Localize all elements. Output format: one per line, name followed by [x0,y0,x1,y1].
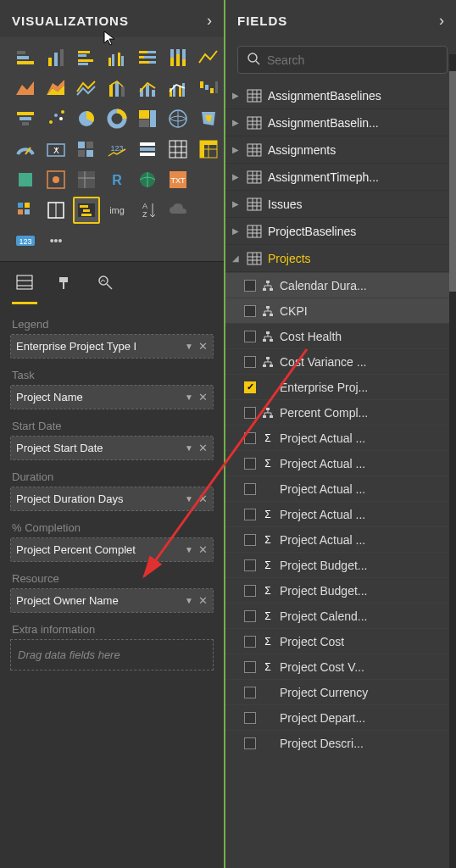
viz-scatter-icon[interactable] [42,105,70,132]
field-well[interactable]: Project Name▼✕ [10,385,214,409]
dropdown-icon[interactable]: ▼ [185,596,193,605]
field-row[interactable]: Project Actual ... [225,476,451,501]
viz-filled-map-icon[interactable] [195,105,222,132]
well-item[interactable]: Project Name▼✕ [11,386,213,409]
viz-custom1-icon[interactable] [12,166,39,193]
field-row[interactable]: Enterprise Proj... [225,374,451,399]
remove-icon[interactable]: ✕ [198,594,208,607]
table-row[interactable]: ▶AssignmentBaselin... [225,109,451,136]
well-item[interactable]: Project Duration Days▼✕ [11,487,213,510]
dropdown-icon[interactable]: ▼ [185,494,193,504]
field-checkbox[interactable] [244,585,256,597]
field-checkbox[interactable] [244,483,256,495]
viz-globe-icon[interactable] [134,166,161,193]
viz-clustered-column-icon[interactable] [103,44,131,71]
viz-txt-icon[interactable]: TXT [164,166,192,193]
field-row[interactable]: ΣProject Actual ... [225,501,451,526]
remove-icon[interactable]: ✕ [198,543,208,556]
field-checkbox[interactable] [244,636,256,648]
remove-icon[interactable]: ✕ [198,391,208,403]
viz-gauge-icon[interactable] [12,136,39,163]
field-checkbox[interactable] [244,381,256,393]
field-checkbox[interactable] [244,559,256,571]
field-well-empty[interactable]: Drag data fields here [10,639,214,670]
tab-analytics[interactable] [93,269,119,304]
field-row[interactable]: Project Descri... [225,730,451,755]
viz-clustered-bar-icon[interactable] [73,44,100,71]
table-row[interactable]: ▶AssignmentTimeph... [225,164,451,191]
fields-scrollbar-track[interactable] [449,54,456,868]
field-row[interactable]: ΣProject Actual ... [225,425,451,450]
viz-combo1-icon[interactable] [134,75,161,102]
viz-gantt-icon[interactable] [73,197,100,224]
field-row[interactable]: ΣProject Budget... [225,577,451,603]
search-input[interactable] [267,53,438,67]
viz-image-icon[interactable]: img [103,197,131,224]
fields-scrollbar-thumb[interactable] [449,71,456,292]
viz-custom3-icon[interactable] [73,166,100,193]
field-row[interactable]: ΣProject Budget... [225,552,451,577]
viz-kpi-icon[interactable]: 123 [103,136,131,163]
well-item[interactable]: Project Percent Complet▼✕ [11,538,213,561]
viz-multi-card-icon[interactable] [73,136,100,163]
remove-icon[interactable]: ✕ [198,442,208,454]
field-row[interactable]: Calendar Dura... [225,272,451,298]
viz-pie-icon[interactable] [73,105,100,132]
field-row[interactable]: ΣProject Cost V... [225,654,451,679]
field-row[interactable]: ΣProject Actual ... [225,450,451,476]
collapse-fields-icon[interactable]: › [439,12,444,30]
field-row[interactable]: Project Depart... [225,704,451,730]
viz-az-sort-icon[interactable]: AZ [134,197,161,224]
viz-stacked-column-icon[interactable] [42,44,70,71]
viz-100-stacked-column-icon[interactable] [164,44,192,71]
viz-r-icon[interactable]: R [103,166,131,193]
field-checkbox[interactable] [244,737,256,749]
remove-icon[interactable]: ✕ [198,340,208,353]
field-row[interactable]: ΣProject Actual ... [225,526,451,552]
viz-custom2-icon[interactable] [42,166,70,193]
fields-search[interactable] [237,46,448,74]
viz-custom4-icon[interactable] [12,197,39,224]
viz-treemap-icon[interactable] [134,105,161,132]
viz-number-icon[interactable]: 123 [12,227,39,254]
remove-icon[interactable]: ✕ [198,492,208,505]
tab-format[interactable] [53,269,78,304]
viz-custom5-icon[interactable] [42,197,70,224]
viz-donut-icon[interactable] [103,105,131,132]
table-row[interactable]: ▶ProjectBaselines [225,218,451,245]
viz-funnel-icon[interactable] [12,105,39,132]
field-well[interactable]: Project Percent Complet▼✕ [10,537,214,562]
viz-ribbon-icon[interactable] [103,75,131,102]
field-row[interactable]: Project Currency [225,679,451,704]
table-row[interactable]: ◢Projects [225,245,451,272]
viz-stacked-bar-icon[interactable] [12,44,39,71]
well-item[interactable]: Project Start Date▼✕ [11,437,213,459]
field-row[interactable]: Cost Health [225,323,451,348]
dropdown-icon[interactable]: ▼ [185,443,193,453]
field-row[interactable]: ΣProject Calend... [225,603,451,628]
tab-fields[interactable] [12,269,37,304]
viz-combo2-icon[interactable] [164,75,192,102]
collapse-viz-icon[interactable]: › [207,12,212,30]
viz-100-stacked-bar-icon[interactable] [134,44,161,71]
field-checkbox[interactable] [244,687,256,698]
well-item[interactable]: Enterprise Project Type I▼✕ [11,335,213,358]
viz-matrix-icon[interactable] [195,136,222,163]
viz-cloud-icon[interactable] [164,197,192,224]
field-well[interactable]: Enterprise Project Type I▼✕ [10,334,214,359]
viz-map-icon[interactable] [164,105,192,132]
viz-line-icon[interactable] [195,44,222,71]
field-checkbox[interactable] [244,432,256,444]
field-checkbox[interactable] [244,712,256,724]
table-row[interactable]: ▶Issues [225,191,451,218]
field-checkbox[interactable] [244,661,256,673]
field-checkbox[interactable] [244,280,256,292]
field-row[interactable]: Percent Compl... [225,399,451,425]
field-checkbox[interactable] [244,458,256,470]
field-checkbox[interactable] [244,610,256,622]
field-checkbox[interactable] [244,356,256,368]
viz-stacked-area-icon[interactable] [42,75,70,102]
field-row[interactable]: ΣProject Cost [225,628,451,654]
dropdown-icon[interactable]: ▼ [185,545,193,554]
viz-line-stacked-icon[interactable] [73,75,100,102]
